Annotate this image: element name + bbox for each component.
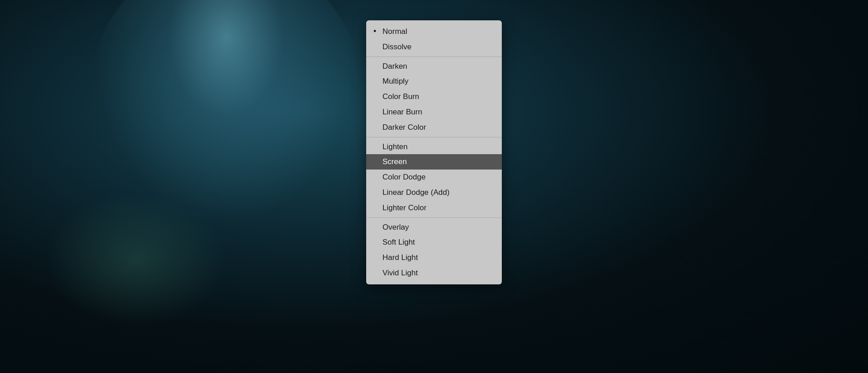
blend-mode-darker-color[interactable]: Darker Color (366, 120, 502, 135)
blend-mode-soft-light[interactable]: Soft Light (366, 235, 502, 250)
menu-group-darken-group: DarkenMultiplyColor BurnLinear BurnDarke… (366, 57, 502, 137)
blend-mode-label-linear-burn: Linear Burn (382, 107, 422, 118)
blend-mode-label-vivid-light: Vivid Light (382, 268, 418, 279)
menu-group-lighten-group: LightenScreenColor DodgeLinear Dodge (Ad… (366, 137, 502, 217)
blend-mode-label-linear-dodge: Linear Dodge (Add) (382, 187, 449, 198)
blend-mode-label-lighten: Lighten (382, 142, 408, 152)
blend-mode-label-color-dodge: Color Dodge (382, 172, 425, 183)
blend-mode-dropdown: NormalDissolveDarkenMultiplyColor BurnLi… (366, 20, 502, 284)
blend-mode-multiply[interactable]: Multiply (366, 74, 502, 89)
blend-mode-label-color-burn: Color Burn (382, 91, 419, 102)
menu-group-overlay-group: OverlaySoft LightHard LightVivid Light (366, 217, 502, 283)
blend-mode-label-screen: Screen (382, 156, 407, 167)
blend-mode-color-burn[interactable]: Color Burn (366, 89, 502, 104)
blend-mode-label-overlay: Overlay (382, 222, 409, 233)
blend-mode-linear-dodge[interactable]: Linear Dodge (Add) (366, 185, 502, 200)
blend-mode-dissolve[interactable]: Dissolve (366, 39, 502, 55)
blend-mode-hard-light[interactable]: Hard Light (366, 250, 502, 265)
blend-mode-normal[interactable]: Normal (366, 24, 502, 39)
blend-mode-label-normal: Normal (382, 26, 407, 37)
menu-group-normal-group: NormalDissolve (366, 22, 502, 57)
blend-mode-label-soft-light: Soft Light (382, 237, 415, 248)
blend-mode-overlay[interactable]: Overlay (366, 220, 502, 235)
glow-effect (45, 192, 226, 328)
blend-mode-screen[interactable]: Screen (366, 154, 502, 170)
blend-mode-label-dissolve: Dissolve (382, 42, 411, 52)
blend-mode-lighten[interactable]: Lighten (366, 139, 502, 155)
blend-mode-label-hard-light: Hard Light (382, 252, 418, 263)
blend-mode-label-lighter-color: Lighter Color (382, 203, 426, 213)
blend-mode-label-multiply: Multiply (382, 76, 409, 87)
blend-mode-color-dodge[interactable]: Color Dodge (366, 170, 502, 185)
blend-mode-vivid-light[interactable]: Vivid Light (366, 265, 502, 281)
blend-mode-label-darken: Darken (382, 61, 407, 72)
blend-mode-lighter-color[interactable]: Lighter Color (366, 200, 502, 216)
blend-mode-label-darker-color: Darker Color (382, 122, 426, 133)
blend-mode-linear-burn[interactable]: Linear Burn (366, 104, 502, 120)
blend-mode-darken[interactable]: Darken (366, 59, 502, 74)
